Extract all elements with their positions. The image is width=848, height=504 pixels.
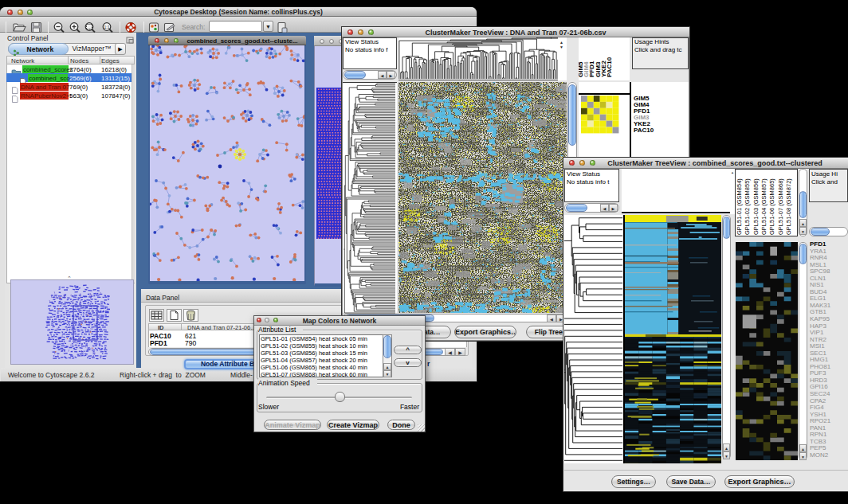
svg-text:GPL51-01 (GSM854): GPL51-01 (GSM854) [736,178,743,235]
svg-text:GPL51-07 (GSM868): GPL51-07 (GSM868) [777,178,784,235]
svg-text:GPL51-08 (GSM872): GPL51-08 (GSM872) [785,178,792,235]
svg-text:1:1: 1:1 [104,25,110,29]
svg-text:GPL51-02 (GSM855): GPL51-02 (GSM855) [744,178,751,235]
svg-text:GPL51-03 (GSM856): GPL51-03 (GSM856) [752,178,760,235]
svg-text:GPL51-04 (GSM857): GPL51-04 (GSM857) [760,178,768,235]
svg-text:GPL51-06 (GSM865): GPL51-06 (GSM865) [768,178,775,235]
svg-text:PAC10: PAC10 [606,57,613,77]
